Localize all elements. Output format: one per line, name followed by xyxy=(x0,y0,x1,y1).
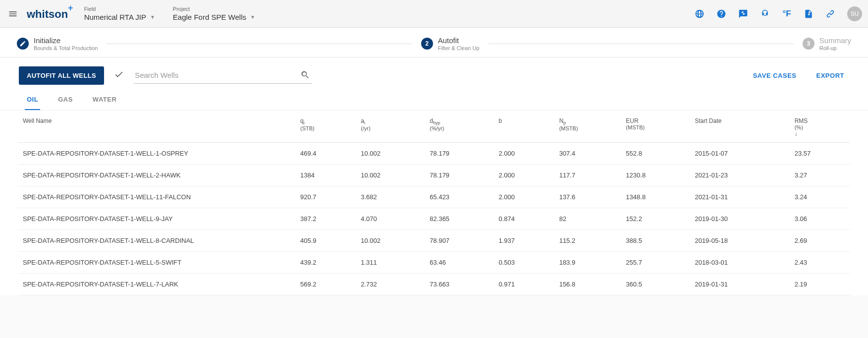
cell-start: 2021-01-31 xyxy=(690,186,789,208)
cell-name: SPE-DATA-REPOSITORY-DATASET-1-WELL-7-LAR… xyxy=(18,273,295,295)
cell-name: SPE-DATA-REPOSITORY-DATASET-1-WELL-1-OSP… xyxy=(18,142,295,164)
app-bar: whitson+ Field Numerical RTA JIP ▼ Proje… xyxy=(0,0,868,28)
cell-b: 1.937 xyxy=(493,229,554,251)
cell-start: 2019-01-31 xyxy=(690,273,789,295)
check-icon[interactable] xyxy=(114,69,124,82)
cell-eur: 552.8 xyxy=(621,142,690,164)
search-icon[interactable] xyxy=(300,70,310,82)
cell-dhyp: 63.46 xyxy=(425,251,493,273)
cell-start: 2021-01-23 xyxy=(690,164,789,186)
cell-ai: 3.682 xyxy=(356,186,425,208)
cell-name: SPE-DATA-REPOSITORY-DATASET-1-WELL-11-FA… xyxy=(18,186,295,208)
cell-np: 82 xyxy=(554,208,621,229)
table-row[interactable]: SPE-DATA-REPOSITORY-DATASET-1-WELL-8-CAR… xyxy=(18,229,850,251)
svg-point-1 xyxy=(765,13,766,14)
table-row[interactable]: SPE-DATA-REPOSITORY-DATASET-1-WELL-9-JAY… xyxy=(18,208,850,229)
stepper: Initialize Bounds & Total Production 2 A… xyxy=(0,28,868,57)
table-row[interactable]: SPE-DATA-REPOSITORY-DATASET-1-WELL-11-FA… xyxy=(18,186,850,208)
cell-rms: 3.24 xyxy=(790,186,850,208)
cell-np: 117.7 xyxy=(554,164,621,186)
user-avatar[interactable]: SU xyxy=(847,6,862,21)
results-table: Well Name qi(STB) ai(/yr) dhyp(%/yr) b N… xyxy=(18,111,850,295)
cell-np: 183.9 xyxy=(554,251,621,273)
cell-ai: 4.070 xyxy=(356,208,425,229)
cell-eur: 152.2 xyxy=(621,208,690,229)
field-label: Field xyxy=(84,6,155,12)
temperature-unit-toggle[interactable]: °F xyxy=(778,9,796,19)
cell-np: 156.8 xyxy=(554,273,621,295)
step-title: Initialize xyxy=(34,37,98,45)
cell-start: 2018-03-01 xyxy=(690,251,789,273)
pencil-icon xyxy=(17,38,29,50)
table-row[interactable]: SPE-DATA-REPOSITORY-DATASET-1-WELL-2-HAW… xyxy=(18,164,850,186)
autofit-all-button[interactable]: AUTOFIT ALL WELLS xyxy=(19,66,104,85)
col-start-date[interactable]: Start Date xyxy=(690,111,789,143)
cell-start: 2019-01-30 xyxy=(690,208,789,229)
save-cases-button[interactable]: SAVE CASES xyxy=(748,68,802,83)
export-button[interactable]: EXPORT xyxy=(812,68,849,83)
cell-ai: 10.002 xyxy=(356,164,425,186)
table-row[interactable]: SPE-DATA-REPOSITORY-DATASET-1-WELL-5-SWI… xyxy=(18,251,850,273)
col-np[interactable]: Np(MSTB) xyxy=(554,111,621,143)
cell-start: 2015-01-07 xyxy=(690,142,789,164)
table-row[interactable]: SPE-DATA-REPOSITORY-DATASET-1-WELL-1-OSP… xyxy=(18,142,850,164)
col-ai[interactable]: ai(/yr) xyxy=(356,111,425,143)
results-toolbar: AUTOFIT ALL WELLS SAVE CASES EXPORT xyxy=(0,57,868,85)
project-label: Project xyxy=(173,6,255,12)
cell-b: 2.000 xyxy=(493,186,554,208)
download-icon[interactable] xyxy=(800,5,817,23)
globe-icon[interactable] xyxy=(691,5,708,23)
cell-qi: 405.9 xyxy=(295,229,356,251)
cell-dhyp: 65.423 xyxy=(425,186,493,208)
table-row[interactable]: SPE-DATA-REPOSITORY-DATASET-1-WELL-7-LAR… xyxy=(18,273,850,295)
cell-qi: 469.4 xyxy=(295,142,356,164)
col-qi[interactable]: qi(STB) xyxy=(295,111,356,143)
caret-down-icon: ▼ xyxy=(250,14,255,20)
cell-name: SPE-DATA-REPOSITORY-DATASET-1-WELL-5-SWI… xyxy=(18,251,295,273)
support-icon[interactable] xyxy=(756,5,774,23)
col-well-name[interactable]: Well Name xyxy=(18,111,295,143)
field-value: Numerical RTA JIP xyxy=(84,13,146,21)
tab-gas[interactable]: GAS xyxy=(56,96,75,110)
cell-ai: 10.002 xyxy=(356,229,425,251)
cell-dhyp: 78.179 xyxy=(425,164,493,186)
col-b[interactable]: b xyxy=(493,111,554,143)
tab-water[interactable]: WATER xyxy=(91,96,118,110)
tab-oil[interactable]: OIL xyxy=(25,96,40,110)
cell-name: SPE-DATA-REPOSITORY-DATASET-1-WELL-2-HAW… xyxy=(18,164,295,186)
cell-eur: 1348.8 xyxy=(621,186,690,208)
step-subtitle: Filter & Clean Up xyxy=(438,45,480,51)
cell-b: 0.874 xyxy=(493,208,554,229)
project-selector[interactable]: Project Eagle Ford SPE Wells ▼ xyxy=(173,6,255,21)
cell-np: 307.4 xyxy=(554,142,621,164)
step-autofit[interactable]: 2 Autofit Filter & Clean Up xyxy=(421,37,480,51)
cell-b: 2.000 xyxy=(493,142,554,164)
cell-qi: 387.2 xyxy=(295,208,356,229)
col-eur[interactable]: EUR(MSTB) xyxy=(621,111,690,143)
field-selector[interactable]: Field Numerical RTA JIP ▼ xyxy=(84,6,155,21)
cell-dhyp: 78.907 xyxy=(425,229,493,251)
step-divider xyxy=(107,44,412,44)
cell-start: 2019-05-18 xyxy=(690,229,789,251)
brand-suffix: + xyxy=(68,3,73,13)
col-rms[interactable]: RMS(%) xyxy=(790,111,850,143)
cell-rms: 23.57 xyxy=(790,142,850,164)
svg-point-0 xyxy=(763,13,764,14)
caret-down-icon: ▼ xyxy=(150,14,155,20)
brand-name: whitson xyxy=(27,8,68,21)
cell-eur: 360.5 xyxy=(621,273,690,295)
step-initialize[interactable]: Initialize Bounds & Total Production xyxy=(17,37,98,51)
step-summary[interactable]: 3 Summary Roll-up xyxy=(803,37,851,51)
feedback-icon[interactable] xyxy=(734,5,752,23)
project-value: Eagle Ford SPE Wells xyxy=(173,13,246,21)
search-input[interactable] xyxy=(134,67,312,84)
cell-eur: 388.5 xyxy=(621,229,690,251)
link-icon[interactable] xyxy=(821,5,839,23)
menu-icon[interactable] xyxy=(6,7,20,21)
cell-qi: 920.7 xyxy=(295,186,356,208)
step-subtitle: Roll-up xyxy=(819,45,851,51)
step-subtitle: Bounds & Total Production xyxy=(34,45,98,51)
brand-logo[interactable]: whitson+ xyxy=(27,6,73,21)
help-icon[interactable] xyxy=(712,5,730,23)
col-dhyp[interactable]: dhyp(%/yr) xyxy=(425,111,493,143)
